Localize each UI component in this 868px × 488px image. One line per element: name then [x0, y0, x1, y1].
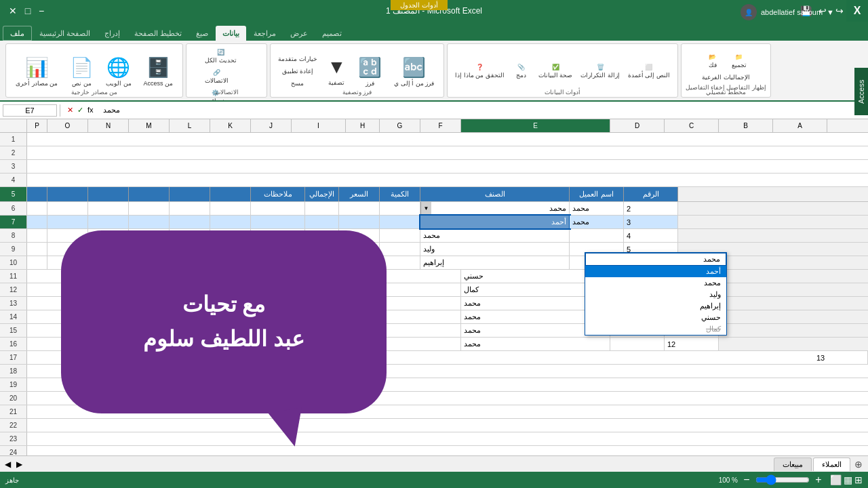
whatif-icon: ❓ — [476, 64, 484, 70]
dropdown-item-selected[interactable]: أحمد — [585, 266, 726, 277]
user-area: 👤 abdellatief salloum ▼ — [741, 4, 834, 20]
ungroup-button[interactable]: 📂 فك — [701, 52, 725, 70]
refresh-all-button[interactable]: 🔄 تحديث الكل — [201, 47, 240, 66]
maximize-icon[interactable]: □ — [20, 3, 35, 18]
filter-icon: ▼ — [328, 56, 347, 78]
group-button[interactable]: 📁 تجميع — [727, 52, 751, 70]
col-header-C[interactable]: C — [665, 119, 719, 132]
tab-data[interactable]: بيانات — [216, 26, 246, 41]
tab-insert[interactable]: إدراج — [98, 26, 127, 41]
tab-review[interactable]: مراجعة — [247, 26, 283, 41]
col-header-G[interactable]: G — [380, 119, 420, 132]
page-break-view-button[interactable]: ⊞ — [854, 474, 863, 485]
tab-page-layout[interactable]: تخطيط الصفحة — [127, 26, 189, 41]
dropdown-item[interactable]: محمد — [585, 253, 726, 266]
col-header-O[interactable]: O — [47, 119, 88, 132]
remove-dup-icon: 🗑️ — [597, 64, 604, 70]
dropdown-item[interactable]: وليد — [585, 289, 726, 300]
sort-az-button[interactable]: 🔤 فرز من أ إلى ي — [389, 54, 439, 89]
zoom-in-button[interactable]: + — [812, 474, 825, 486]
new-sheet-button[interactable]: ⊕ — [852, 458, 865, 471]
tab-design[interactable]: تصميم — [315, 26, 349, 41]
cell-reference[interactable] — [3, 104, 57, 117]
remove-duplicates-button[interactable]: 🗑️ إزالة التكرارات — [577, 62, 623, 81]
tab-view[interactable]: عرض — [283, 26, 315, 41]
col-header-H[interactable]: H — [346, 119, 380, 132]
group-label-connections: الاتصالات — [215, 89, 239, 96]
col-header-L[interactable]: L — [170, 119, 210, 132]
sort-za-button[interactable]: 🔡 فرز — [353, 54, 387, 89]
col-header-K[interactable]: K — [210, 119, 251, 132]
speech-bubble: مع تحيات عبد اللطيف سلوم — [61, 230, 387, 413]
advanced-filter-button[interactable]: خيارات متقدمة — [275, 54, 321, 64]
col-header-E[interactable]: E — [461, 119, 610, 132]
ribbon-tabs: ملف الصفحة الرئيسية إدراج تخطيط الصفحة ص… — [0, 22, 868, 41]
text-icon: 📄 — [70, 56, 94, 79]
redo-button[interactable]: ↪ — [832, 3, 847, 18]
corner-cell — [0, 119, 27, 132]
col-header-N[interactable]: N — [88, 119, 129, 132]
clear-button[interactable]: مسح — [275, 78, 321, 89]
minimize-icon[interactable]: − — [34, 3, 49, 18]
from-other-button[interactable]: 📊 من مصادر أخرى — [10, 54, 63, 89]
col-header-A[interactable]: A — [773, 119, 827, 132]
confirm-formula-icon[interactable]: ✓ — [77, 106, 83, 115]
other-icon: 📊 — [25, 56, 49, 79]
status-bar: جاهز 100 % − + ⬜ ▦ ⊞ — [0, 472, 868, 488]
normal-view-button[interactable]: ⬜ — [830, 474, 842, 485]
sheet-tab-sales[interactable]: مبيعات — [774, 458, 812, 471]
close-icon[interactable]: ✕ — [5, 3, 20, 18]
dropdown-arrow[interactable]: ▼ — [420, 202, 431, 215]
connections-button[interactable]: 🔗 الاتصالات — [201, 67, 232, 86]
dropdown-item[interactable]: كمال — [585, 323, 726, 335]
data-validation-button[interactable]: ✅ صحة البيانات — [535, 62, 576, 81]
zoom-slider[interactable] — [755, 476, 810, 484]
table-row: 22 — [0, 419, 868, 432]
col-header-M[interactable]: M — [129, 119, 170, 132]
refresh-icon: 🔄 — [217, 49, 224, 56]
cell-dropdown[interactable]: محمد أحمد محمد وليد إبراهيم حسني كمال — [585, 252, 727, 336]
from-access-button[interactable]: 🗄️ من Access — [138, 54, 179, 89]
bubble-line1: مع تحيات — [143, 287, 304, 322]
formula-input[interactable] — [100, 105, 865, 116]
filter-button[interactable]: ▼ تصفية — [322, 54, 352, 89]
group-outline: 📁 تجميع 📂 فك الإجماليات الفرعية إظهار ال… — [681, 43, 771, 98]
active-cell[interactable]: أحمد — [420, 216, 570, 228]
sheet-scroll-right[interactable]: ◀ — [3, 460, 13, 469]
table-row: 5 ملاحظات الإجمالي السعر الكمية الصنف اس… — [0, 187, 868, 202]
sheet-tabs: ⊕ العملاء مبيعات ◀ ▶ — [0, 455, 868, 472]
subtotal-button[interactable]: الإجماليات الفرعية — [698, 72, 753, 83]
group-label-outline: مخطط تفصيلي — [706, 89, 747, 96]
col-header-P[interactable]: P — [27, 119, 47, 132]
zoom-area: 100 % − + — [719, 474, 825, 486]
text-columns-button[interactable]: ⬜ النص إلى أعمدة — [625, 62, 673, 81]
zoom-out-button[interactable]: − — [741, 474, 753, 486]
col-header-F[interactable]: F — [420, 119, 461, 132]
from-web-button[interactable]: 🌐 من الويب — [100, 54, 137, 89]
table-row: 7 أحمد محمد 3 — [0, 216, 868, 229]
cancel-formula-icon[interactable]: ✕ — [67, 106, 73, 115]
page-layout-view-button[interactable]: ▦ — [844, 474, 852, 485]
col-header-B[interactable]: B — [719, 119, 773, 132]
reapply-button[interactable]: إعادة تطبيق — [275, 66, 321, 77]
sheet-tab-customers[interactable]: العملاء — [813, 458, 850, 471]
what-if-button[interactable]: ❓ التحقق من ماذا إذا — [452, 62, 508, 81]
col-header-J[interactable]: J — [251, 119, 292, 132]
tab-file[interactable]: ملف — [3, 26, 32, 41]
tab-home[interactable]: الصفحة الرئيسية — [33, 26, 97, 41]
access-label[interactable]: Access — [854, 68, 868, 115]
tab-formulas[interactable]: صيغ — [189, 26, 215, 41]
consolidate-button[interactable]: 📎 دمج — [509, 62, 534, 81]
col-header-D[interactable]: D — [610, 119, 665, 132]
dropdown-item[interactable]: إبراهيم — [585, 300, 726, 312]
from-text-button[interactable]: 📄 من نص — [64, 54, 99, 89]
ungroup-icon: 📂 — [709, 54, 716, 60]
validation-icon: ✅ — [552, 64, 559, 70]
group-connections: 🔄 تحديث الكل 🔗 الاتصالات ⚙️ خصائص ✏️ تحر… — [186, 43, 267, 98]
dropdown-item[interactable]: محمد — [585, 277, 726, 289]
col-header-I[interactable]: I — [292, 119, 346, 132]
view-buttons: ⬜ ▦ ⊞ — [830, 474, 863, 485]
sheet-scroll-left[interactable]: ▶ — [14, 460, 24, 469]
insert-function-icon[interactable]: fx — [87, 106, 94, 115]
dropdown-item[interactable]: حسني — [585, 312, 726, 323]
